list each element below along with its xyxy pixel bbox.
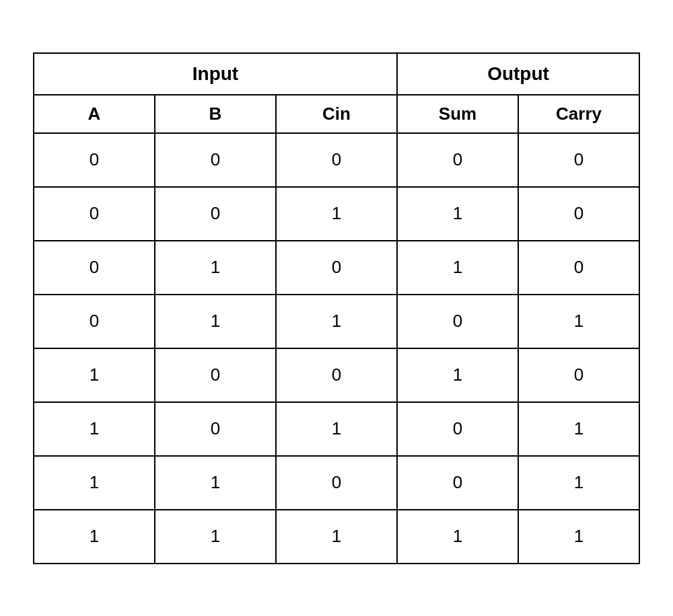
table-cell: 0 bbox=[34, 295, 155, 348]
table-cell: 0 bbox=[34, 241, 155, 295]
table-cell: 0 bbox=[276, 241, 397, 295]
table-row: 10101 bbox=[34, 402, 639, 456]
table-cell: 1 bbox=[155, 295, 276, 348]
table-cell: 1 bbox=[276, 402, 397, 456]
table-cell: 0 bbox=[518, 133, 639, 187]
table-cell: 1 bbox=[518, 456, 639, 510]
table-cell: 0 bbox=[518, 187, 639, 241]
table-cell: 0 bbox=[276, 456, 397, 510]
table-cell: 0 bbox=[155, 133, 276, 187]
table-cell: 1 bbox=[276, 295, 397, 348]
table-cell: 1 bbox=[34, 348, 155, 402]
table-row: 00000 bbox=[34, 133, 639, 187]
col-header-sum: Sum bbox=[397, 95, 518, 133]
group-header-row: Input Output bbox=[34, 53, 639, 95]
col-header-carry: Carry bbox=[518, 95, 639, 133]
col-header-cin: Cin bbox=[276, 95, 397, 133]
table-cell: 1 bbox=[155, 456, 276, 510]
table-row: 10010 bbox=[34, 348, 639, 402]
table-cell: 0 bbox=[155, 402, 276, 456]
table-cell: 1 bbox=[518, 295, 639, 348]
table-body: 0000000110010100110110010101011100111111 bbox=[34, 133, 639, 564]
table-cell: 0 bbox=[518, 348, 639, 402]
table-cell: 1 bbox=[397, 241, 518, 295]
table-cell: 0 bbox=[155, 348, 276, 402]
table-cell: 1 bbox=[397, 510, 518, 564]
table-row: 01010 bbox=[34, 241, 639, 295]
table-cell: 0 bbox=[276, 348, 397, 402]
table-cell: 1 bbox=[34, 510, 155, 564]
column-header-row: A B Cin Sum Carry bbox=[34, 95, 639, 133]
table-cell: 0 bbox=[397, 402, 518, 456]
table-cell: 0 bbox=[34, 133, 155, 187]
output-group-header: Output bbox=[397, 53, 639, 95]
col-header-a: A bbox=[34, 95, 155, 133]
table-row: 11111 bbox=[34, 510, 639, 564]
table-cell: 1 bbox=[34, 456, 155, 510]
table-cell: 0 bbox=[397, 133, 518, 187]
table-cell: 1 bbox=[34, 402, 155, 456]
table-cell: 1 bbox=[518, 510, 639, 564]
table-cell: 1 bbox=[397, 187, 518, 241]
input-group-header: Input bbox=[34, 53, 397, 95]
table-cell: 1 bbox=[518, 402, 639, 456]
table-cell: 1 bbox=[155, 241, 276, 295]
table-cell: 1 bbox=[155, 510, 276, 564]
table-cell: 1 bbox=[276, 510, 397, 564]
table-cell: 0 bbox=[397, 456, 518, 510]
table-cell: 0 bbox=[518, 241, 639, 295]
col-header-b: B bbox=[155, 95, 276, 133]
table-cell: 1 bbox=[397, 348, 518, 402]
table-row: 01101 bbox=[34, 295, 639, 348]
truth-table-container: Input Output A B Cin Sum Carry 000000011… bbox=[33, 52, 640, 564]
table-cell: 0 bbox=[397, 295, 518, 348]
table-row: 11001 bbox=[34, 456, 639, 510]
truth-table: Input Output A B Cin Sum Carry 000000011… bbox=[33, 52, 640, 564]
table-cell: 0 bbox=[34, 187, 155, 241]
table-row: 00110 bbox=[34, 187, 639, 241]
table-cell: 0 bbox=[276, 133, 397, 187]
table-cell: 1 bbox=[276, 187, 397, 241]
table-cell: 0 bbox=[155, 187, 276, 241]
